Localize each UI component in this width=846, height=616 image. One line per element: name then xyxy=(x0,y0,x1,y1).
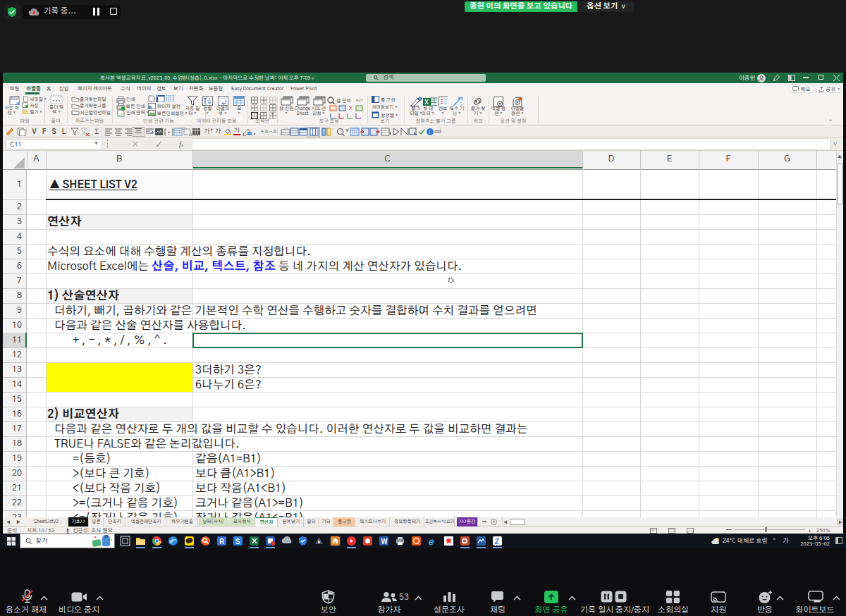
svg-text:▼: ▼ xyxy=(389,132,392,135)
svg-text:i: i xyxy=(429,130,431,135)
svg-text:S: S xyxy=(235,538,240,546)
svg-text:셀 선택: 셀 선택 xyxy=(336,98,350,103)
svg-text:W: W xyxy=(381,538,388,546)
svg-text:▼#x25BC;: ▼#x25BC; xyxy=(356,98,363,102)
svg-text:X: X xyxy=(424,99,429,106)
svg-text:Z: Z xyxy=(495,538,500,546)
svg-text:R: R xyxy=(219,538,224,546)
svg-text:e: e xyxy=(428,538,434,547)
